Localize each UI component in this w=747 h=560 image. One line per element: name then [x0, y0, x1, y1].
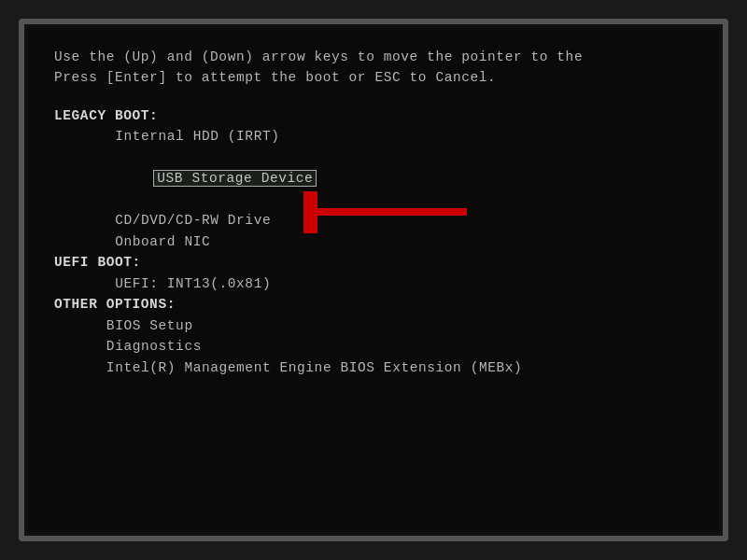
instruction-line-2: Press [Enter] to attempt the boot or ESC…: [54, 67, 693, 88]
item-internal-hdd[interactable]: Internal HDD (IRRT): [54, 126, 693, 147]
item-onboard-nic[interactable]: Onboard NIC: [54, 231, 693, 252]
item-diagnostics[interactable]: Diagnostics: [54, 336, 693, 357]
other-options-label: OTHER OPTIONS:: [54, 294, 693, 315]
screen-outer: Use the (Up) and (Down) arrow keys to mo…: [19, 19, 728, 541]
other-options-section: OTHER OPTIONS: BIOS Setup Diagnostics In…: [54, 294, 693, 378]
instructions-block: Use the (Up) and (Down) arrow keys to mo…: [54, 47, 693, 89]
instruction-line-1: Use the (Up) and (Down) arrow keys to mo…: [54, 47, 693, 67]
item-bios-setup[interactable]: BIOS Setup: [54, 315, 693, 336]
legacy-boot-label: LEGACY BOOT:: [54, 105, 693, 126]
uefi-boot-section: UEFI BOOT: UEFI: INT13(.0x81): [54, 252, 693, 294]
item-uefi-int13[interactable]: UEFI: INT13(.0x81): [54, 273, 693, 294]
uefi-boot-label: UEFI BOOT:: [54, 252, 693, 273]
bios-screen: Use the (Up) and (Down) arrow keys to mo…: [28, 28, 719, 532]
item-intel-me[interactable]: Intel(R) Management Engine BIOS Extensio…: [54, 357, 693, 378]
red-arrow-indicator: [303, 191, 472, 233]
usb-storage-selected[interactable]: USB Storage Device: [153, 170, 317, 187]
